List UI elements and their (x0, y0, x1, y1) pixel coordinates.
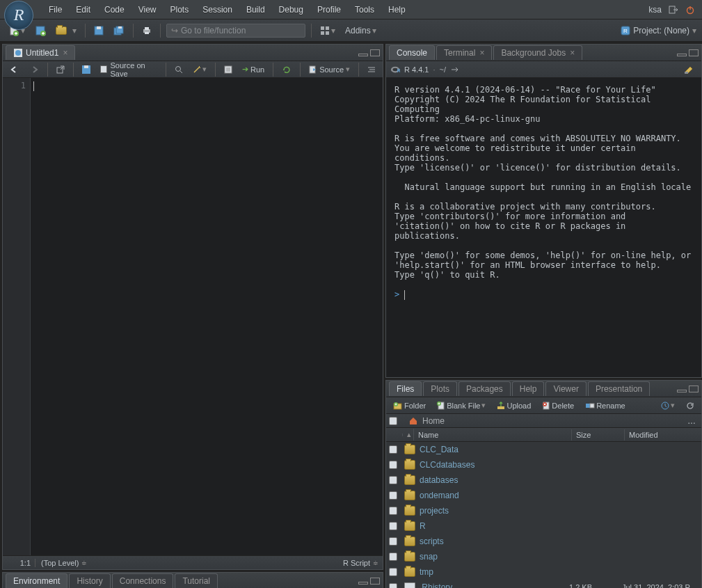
row-check[interactable] (389, 507, 397, 515)
type-selector[interactable]: R Script ≑ (343, 559, 378, 567)
forward-button[interactable] (26, 64, 42, 75)
row-check[interactable] (389, 583, 397, 588)
grid-button[interactable]: ▾ (317, 24, 338, 37)
refresh-button[interactable] (683, 400, 697, 411)
file-name[interactable]: snap (420, 552, 569, 562)
project-label[interactable]: Project: (None) (633, 26, 689, 35)
close-icon[interactable]: × (479, 48, 484, 58)
tab-packages[interactable]: Packages (458, 381, 511, 396)
row-check[interactable] (389, 522, 397, 530)
minimize-icon[interactable] (677, 390, 687, 392)
file-name[interactable]: R (420, 521, 569, 531)
outline-button[interactable] (365, 64, 378, 75)
run-button[interactable]: ➔Run (239, 63, 267, 75)
signout-icon[interactable] (669, 5, 678, 15)
file-name[interactable]: CLC_Data (420, 445, 569, 454)
source-button[interactable]: Source ▾ (306, 63, 353, 75)
menu-build[interactable]: Build (239, 2, 272, 17)
menu-view[interactable]: View (131, 2, 163, 17)
file-name[interactable]: projects (420, 506, 569, 516)
new-project-button[interactable] (32, 24, 49, 38)
source-on-save-check[interactable]: Source on Save (97, 60, 160, 79)
tab-terminal[interactable]: Terminal× (436, 45, 492, 60)
tab-environment[interactable]: Environment (6, 573, 67, 588)
select-all-check[interactable] (389, 417, 397, 425)
new-folder-button[interactable]: Folder (390, 400, 429, 411)
tab-console[interactable]: Console (389, 45, 435, 60)
menu-file[interactable]: File (42, 2, 69, 17)
file-row[interactable]: ondemand (386, 488, 701, 503)
file-row[interactable]: .Rhistory1.2 KBJul 31, 2024, 2:03 P (386, 580, 701, 588)
col-name[interactable]: Name (414, 429, 572, 440)
file-name[interactable]: scripts (420, 537, 569, 546)
notebook-button[interactable] (221, 64, 235, 75)
maximize-icon[interactable] (689, 49, 699, 56)
power-icon[interactable] (685, 5, 695, 15)
maximize-icon[interactable] (689, 386, 699, 392)
file-row[interactable]: CLC_Data (386, 442, 701, 457)
row-check[interactable] (389, 553, 397, 561)
breadcrumb-home[interactable]: Home (422, 416, 445, 426)
close-icon[interactable]: × (63, 48, 67, 58)
row-check[interactable] (389, 491, 397, 500)
menu-session[interactable]: Session (196, 2, 239, 17)
menu-edit[interactable]: Edit (69, 2, 97, 17)
save-all-button[interactable] (111, 24, 127, 37)
rename-button[interactable]: Rename (582, 400, 628, 411)
print-button[interactable] (139, 24, 154, 37)
rerun-button[interactable] (279, 64, 294, 75)
file-row[interactable]: R (386, 518, 701, 534)
home-icon[interactable] (408, 416, 418, 426)
tab-background-jobs[interactable]: Background Jobs× (493, 45, 582, 60)
file-name[interactable]: ondemand (420, 491, 569, 500)
minimize-icon[interactable] (358, 54, 368, 56)
goto-input[interactable]: ↪Go to file/function (166, 24, 305, 38)
addins-button[interactable]: Addins ▾ (342, 24, 379, 37)
row-check[interactable] (389, 461, 397, 469)
tab-viewer[interactable]: Viewer (545, 381, 586, 396)
open-file-button[interactable]: ▾ (53, 24, 79, 37)
back-button[interactable] (7, 64, 22, 75)
row-check[interactable] (389, 537, 397, 546)
save-button[interactable] (91, 24, 106, 37)
tab-connections[interactable]: Connections (112, 573, 174, 588)
source-tab[interactable]: Untitled1 × (6, 45, 75, 60)
tab-plots[interactable]: Plots (423, 381, 457, 396)
close-icon[interactable]: × (570, 48, 575, 58)
tab-history[interactable]: History (69, 573, 110, 588)
maximize-icon[interactable] (370, 578, 380, 585)
maximize-icon[interactable] (370, 49, 380, 56)
menu-code[interactable]: Code (97, 2, 131, 17)
file-row[interactable]: snap (386, 549, 701, 564)
clear-console-button[interactable] (680, 63, 697, 76)
code-editor[interactable]: 1 (3, 78, 383, 555)
file-row[interactable]: scripts (386, 534, 701, 549)
more-button[interactable]: ▾ (658, 399, 678, 411)
file-row[interactable]: projects (386, 503, 701, 518)
file-row[interactable]: CLCdatabases (386, 457, 701, 472)
console-output[interactable]: R version 4.4.1 (2024-06-14) -- "Race fo… (386, 78, 701, 377)
tab-tutorial[interactable]: Tutorial (175, 573, 218, 588)
menu-plots[interactable]: Plots (163, 2, 196, 17)
menu-debug[interactable]: Debug (272, 2, 310, 17)
file-row[interactable]: databases (386, 472, 701, 488)
col-modified[interactable]: Modified (625, 429, 701, 440)
working-dir[interactable]: ~/ (440, 65, 446, 74)
minimize-icon[interactable] (358, 582, 368, 585)
menu-profile[interactable]: Profile (310, 2, 348, 17)
find-button[interactable] (172, 64, 186, 75)
delete-button[interactable]: Delete (539, 400, 577, 411)
menu-tools[interactable]: Tools (348, 2, 381, 17)
menu-help[interactable]: Help (381, 2, 413, 17)
col-size[interactable]: Size (572, 429, 625, 440)
file-name[interactable]: databases (420, 475, 569, 485)
tab-help[interactable]: Help (512, 381, 545, 396)
file-name[interactable]: tmp (420, 567, 569, 577)
tab-presentation[interactable]: Presentation (588, 381, 650, 396)
minimize-icon[interactable] (677, 54, 687, 56)
row-check[interactable] (389, 445, 397, 454)
wand-button[interactable]: ▾ (190, 63, 209, 75)
upload-button[interactable]: Upload (494, 400, 534, 411)
breadcrumb-more[interactable]: … (685, 416, 699, 426)
wd-arrow-icon[interactable] (450, 65, 460, 74)
